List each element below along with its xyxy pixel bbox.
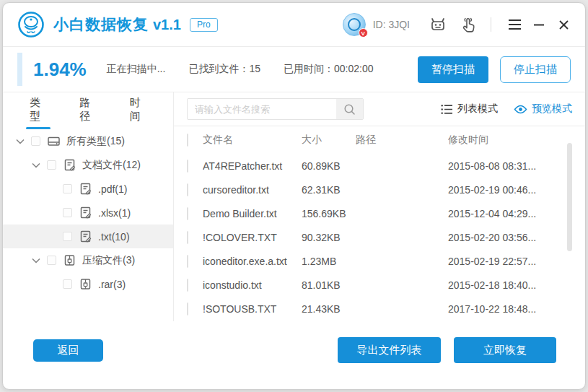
tab-time[interactable]: 时间 — [128, 92, 148, 132]
tree-item-checkbox[interactable] — [63, 279, 72, 289]
cell-filename: !COLOVER.TXT — [203, 232, 302, 243]
file-type-tree: 所有类型(15)文档文件(12).pdf(1).xlsx(1).txt(10)压… — [3, 126, 173, 296]
preview-mode-toggle[interactable]: 预览模式 — [514, 103, 572, 116]
chevron-down-icon[interactable] — [30, 160, 42, 171]
table-row[interactable]: iconeditor.exe.a.txt1.23MB2015-02-19 22:… — [174, 249, 585, 273]
tree-item-checkbox[interactable] — [47, 160, 56, 170]
minimize-button[interactable] — [530, 16, 548, 33]
scan-status: 正在扫描中... — [107, 63, 166, 76]
robot-assistant-icon[interactable] — [429, 15, 447, 34]
cell-filename: iconeditor.exe.a.txt — [203, 256, 302, 267]
tree-item-checkbox[interactable] — [63, 184, 72, 193]
tree-item-checkbox[interactable] — [31, 136, 40, 146]
vip-badge: V — [359, 28, 368, 38]
row-checkbox[interactable] — [187, 279, 188, 292]
close-button[interactable] — [555, 16, 572, 33]
file-table-body: AT4REPatcher.txt60.89KB2015-08-08 08:31.… — [174, 154, 585, 321]
row-checkbox[interactable] — [187, 255, 188, 268]
scan-percent: 1.94% — [33, 58, 87, 81]
tree-item-label: .pdf(1) — [98, 183, 127, 195]
row-checkbox[interactable] — [187, 207, 188, 220]
tree-item[interactable]: .xlsx(1) — [3, 201, 173, 225]
chevron-down-icon[interactable] — [14, 136, 26, 147]
document-icon — [79, 182, 92, 196]
cell-modified: 2015-02-20 03:56... — [448, 232, 585, 243]
row-checkbox[interactable] — [187, 160, 188, 173]
table-row[interactable]: Demo Builder.txt156.69KB2015-12-04 04:29… — [174, 201, 585, 225]
user-id-label: ID: 3JQI — [373, 19, 410, 30]
footer-bar: 返回 导出文件列表 立即恢复 — [3, 321, 585, 389]
tree-item-label: .txt(10) — [98, 231, 130, 243]
scan-progress-bar: 1.94% 正在扫描中... 已找到文件：15 已用时间：00:02:00 暂停… — [3, 47, 585, 92]
table-row[interactable]: !SOTOUSB.TXT21.43KB2017-10-22 18:48... — [174, 297, 585, 321]
header-size: 大小 — [302, 134, 356, 147]
header-filename: 文件名 — [203, 134, 302, 147]
tree-item-checkbox[interactable] — [47, 256, 56, 265]
recover-now-button[interactable]: 立即恢复 — [454, 337, 556, 363]
tree-item[interactable]: 所有类型(15) — [3, 129, 173, 153]
search-input[interactable] — [188, 99, 336, 119]
minimize-icon — [533, 19, 545, 30]
titlebar-divider — [491, 17, 491, 32]
tree-item[interactable]: .rar(3) — [3, 272, 173, 296]
cell-filename: Demo Builder.txt — [203, 208, 302, 219]
cell-modified: 2015-02-18 18:40... — [448, 279, 585, 291]
table-row[interactable]: cursoreditor.txt62.31KB2015-02-19 00:46.… — [174, 178, 585, 201]
tree-item[interactable]: 文档文件(12) — [3, 153, 173, 177]
preview-mode-label: 预览模式 — [532, 103, 572, 116]
cell-modified: 2015-02-19 00:46... — [448, 184, 585, 196]
row-checkbox[interactable] — [187, 231, 188, 244]
list-mode-toggle[interactable]: 列表模式 — [441, 103, 498, 116]
table-row[interactable]: iconstudio.txt81.01KB2015-02-18 18:40... — [174, 273, 585, 297]
elapsed-time-label: 已用时间： — [284, 63, 334, 74]
document-icon — [79, 230, 92, 243]
cell-filename: AT4REPatcher.txt — [203, 160, 302, 172]
back-button[interactable]: 返回 — [33, 339, 103, 362]
cell-size: 21.43KB — [302, 303, 356, 315]
tree-item-checkbox[interactable] — [63, 232, 72, 241]
tab-type[interactable]: 类型 — [28, 92, 48, 132]
tree-item-checkbox[interactable] — [63, 208, 72, 217]
app-title: 小白数据恢复 — [53, 14, 149, 35]
row-checkbox[interactable] — [187, 183, 188, 196]
cell-size: 156.69KB — [302, 208, 356, 219]
files-found-count: 15 — [249, 63, 260, 74]
cell-size: 81.01KB — [302, 279, 356, 291]
hand-pointer-icon[interactable] — [459, 15, 478, 34]
search-row: 列表模式 预览模式 — [174, 92, 585, 126]
document-icon — [79, 206, 92, 219]
header-path: 路径 — [356, 134, 448, 147]
main-panel: 列表模式 预览模式 文件名 大小 路径 修改时间 AT4REPatcher.tx… — [174, 92, 585, 321]
row-checkbox[interactable] — [187, 302, 188, 315]
stop-scan-button[interactable]: 停止扫描 — [500, 56, 571, 83]
tree-item-label: .xlsx(1) — [98, 207, 131, 219]
list-mode-label: 列表模式 — [457, 103, 498, 116]
pause-scan-button[interactable]: 暂停扫描 — [418, 56, 488, 83]
hamburger-icon — [508, 19, 522, 30]
menu-button[interactable] — [506, 16, 523, 33]
elapsed-time-value: 00:02:00 — [334, 63, 374, 74]
cell-modified: 2015-12-04 04:29... — [448, 208, 585, 219]
filter-sidebar: 类型 路径 时间 所有类型(15)文档文件(12).pdf(1).xlsx(1)… — [3, 92, 174, 321]
tab-path[interactable]: 路径 — [78, 92, 97, 132]
user-avatar[interactable]: V — [343, 13, 366, 36]
table-row[interactable]: !COLOVER.TXT90.32KB2015-02-20 03:56... — [174, 225, 585, 249]
cell-size: 1.23MB — [302, 256, 356, 267]
document-icon — [63, 158, 76, 172]
table-scrollbar[interactable] — [567, 143, 572, 251]
tree-item[interactable]: .pdf(1) — [3, 177, 173, 201]
cell-filename: !SOTOUSB.TXT — [203, 303, 302, 315]
chevron-down-icon[interactable] — [30, 255, 42, 266]
search-button[interactable] — [336, 99, 363, 119]
cell-modified: 2015-08-08 08:31... — [448, 160, 585, 172]
preview-mode-eye-icon — [514, 105, 527, 114]
table-row[interactable]: AT4REPatcher.txt60.89KB2015-08-08 08:31.… — [174, 154, 585, 178]
cell-size: 90.32KB — [302, 232, 356, 243]
tree-item[interactable]: 压缩文件(3) — [3, 248, 173, 272]
cell-filename: iconstudio.txt — [203, 279, 302, 291]
close-icon — [558, 19, 569, 30]
cell-modified: 2015-02-19 22:57... — [448, 256, 585, 267]
export-file-list-button[interactable]: 导出文件列表 — [338, 337, 441, 363]
select-all-checkbox[interactable] — [187, 134, 188, 147]
tree-item[interactable]: .txt(10) — [3, 225, 173, 248]
